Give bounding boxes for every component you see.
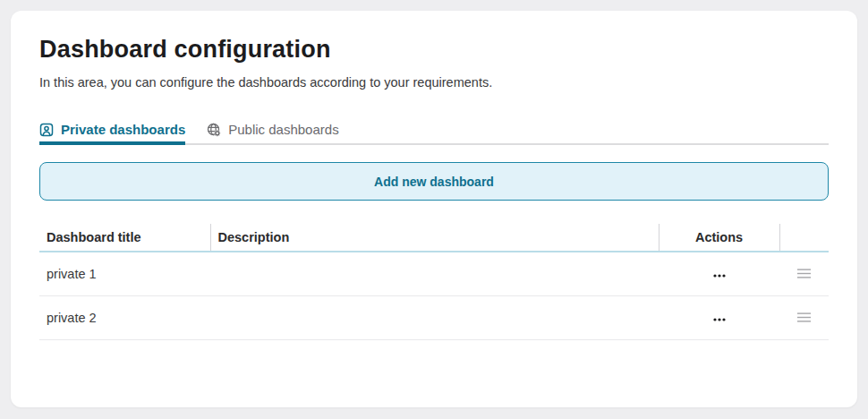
drag-handle-icon[interactable] (793, 265, 815, 282)
table-row: private 1 (39, 252, 829, 295)
user-badge-icon (39, 123, 54, 137)
dashboard-config-card: Dashboard configuration In this area, yo… (11, 11, 857, 407)
column-header-actions: Actions (659, 224, 779, 252)
column-header-empty (779, 224, 829, 252)
tab-private-dashboards[interactable]: Private dashboards (39, 122, 185, 145)
dashboard-title-cell: private 2 (39, 295, 210, 339)
page-subtitle: In this area, you can configure the dash… (39, 75, 829, 90)
tab-label-public: Public dashboards (228, 122, 338, 137)
dashboard-tabs: Private dashboards (39, 122, 829, 145)
globe-gear-icon (207, 123, 221, 137)
page-title: Dashboard configuration (39, 36, 829, 64)
row-actions-menu-button[interactable] (706, 313, 733, 326)
table-header-row: Dashboard title Description Actions (39, 224, 829, 252)
column-header-dashboard-title: Dashboard title (39, 224, 210, 252)
tab-public-dashboards[interactable]: Public dashboards (207, 122, 338, 145)
ellipsis-icon (713, 274, 726, 278)
drag-handle-icon[interactable] (793, 309, 815, 326)
add-new-dashboard-button[interactable]: Add new dashboard (39, 162, 829, 201)
dashboards-table: Dashboard title Description Actions priv… (39, 224, 829, 340)
row-actions-menu-button[interactable] (706, 269, 733, 282)
column-header-description: Description (210, 224, 659, 252)
table-row: private 2 (39, 295, 829, 339)
description-cell (210, 252, 659, 295)
description-cell (210, 295, 659, 339)
tab-label-private: Private dashboards (61, 122, 185, 137)
ellipsis-icon (713, 318, 726, 321)
dashboard-title-cell: private 1 (39, 252, 210, 295)
